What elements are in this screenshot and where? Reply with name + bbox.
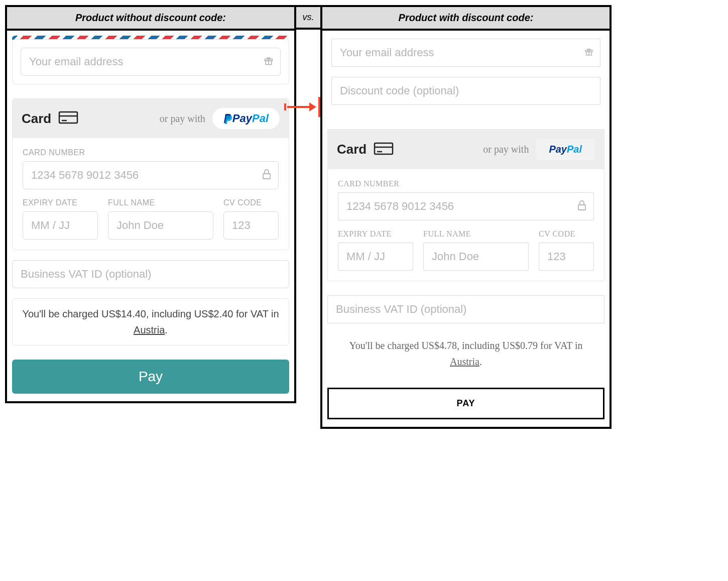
card-number-field[interactable] xyxy=(338,192,594,220)
expiry-label: EXPIRY DATE xyxy=(338,229,413,239)
cv-field[interactable] xyxy=(539,243,594,271)
card-number-label: CARD NUMBER xyxy=(338,179,594,188)
fullname-label: FULL NAME xyxy=(423,229,529,239)
paypal-logo-icon xyxy=(223,113,232,124)
credit-card-icon xyxy=(58,110,78,127)
charge-summary: You'll be charged US$14.40, including US… xyxy=(12,298,289,345)
panel-title-right: Product with discount code: xyxy=(322,7,610,31)
card-number-field[interactable] xyxy=(23,161,279,189)
card-tab-label: Card xyxy=(22,111,51,127)
cv-label: CV CODE xyxy=(539,229,594,239)
card-payment-section: Card or pay with PayPal CARD NUMBER xyxy=(327,129,604,281)
arrow-annotation-icon xyxy=(287,97,320,117)
lock-icon xyxy=(577,200,587,213)
fullname-label: FULL NAME xyxy=(108,198,213,207)
pay-button[interactable]: Pay xyxy=(12,360,289,394)
gift-icon[interactable] xyxy=(584,47,593,58)
comparison-container: Product without discount code: Card xyxy=(5,5,623,429)
pay-button[interactable]: PAY xyxy=(327,388,604,419)
expiry-field[interactable] xyxy=(23,211,98,240)
vat-country-link[interactable]: Austria xyxy=(134,324,165,335)
expiry-label: EXPIRY DATE xyxy=(23,198,98,207)
panel-without-discount: Product without discount code: Card xyxy=(5,5,296,403)
cv-field[interactable] xyxy=(223,211,279,240)
vat-field[interactable] xyxy=(327,295,604,323)
paypal-button[interactable]: PayPal xyxy=(212,108,280,129)
email-field[interactable] xyxy=(21,48,281,76)
svg-rect-10 xyxy=(375,143,393,154)
fullname-field[interactable] xyxy=(108,211,213,240)
credit-card-icon xyxy=(374,142,394,158)
vat-field[interactable] xyxy=(12,260,289,288)
card-tab-label: Card xyxy=(337,142,367,157)
vs-label: vs. xyxy=(296,5,320,30)
svg-rect-3 xyxy=(59,112,77,123)
charge-summary: You'll be charged US$4.78, including US$… xyxy=(327,333,604,374)
vat-country-link[interactable]: Austria xyxy=(450,356,479,367)
svg-rect-6 xyxy=(263,174,270,179)
email-field[interactable] xyxy=(331,39,600,67)
or-pay-with-label: or pay with xyxy=(483,144,529,155)
or-pay-with-label: or pay with xyxy=(160,113,205,125)
lock-icon xyxy=(262,169,272,182)
discount-code-field[interactable] xyxy=(331,77,600,105)
fullname-field[interactable] xyxy=(423,243,529,271)
panel-with-discount: Product with discount code: Card xyxy=(320,5,612,429)
cv-label: CV CODE xyxy=(223,198,279,207)
card-number-label: CARD NUMBER xyxy=(23,148,279,157)
paypal-button[interactable]: PayPal xyxy=(536,139,595,160)
panel-title-left: Product without discount code: xyxy=(7,7,294,31)
card-payment-section: Card or pay with PayPal CARD NUMBER xyxy=(12,98,289,250)
expiry-field[interactable] xyxy=(338,243,413,271)
svg-rect-13 xyxy=(578,205,585,210)
gift-icon[interactable] xyxy=(264,56,274,68)
